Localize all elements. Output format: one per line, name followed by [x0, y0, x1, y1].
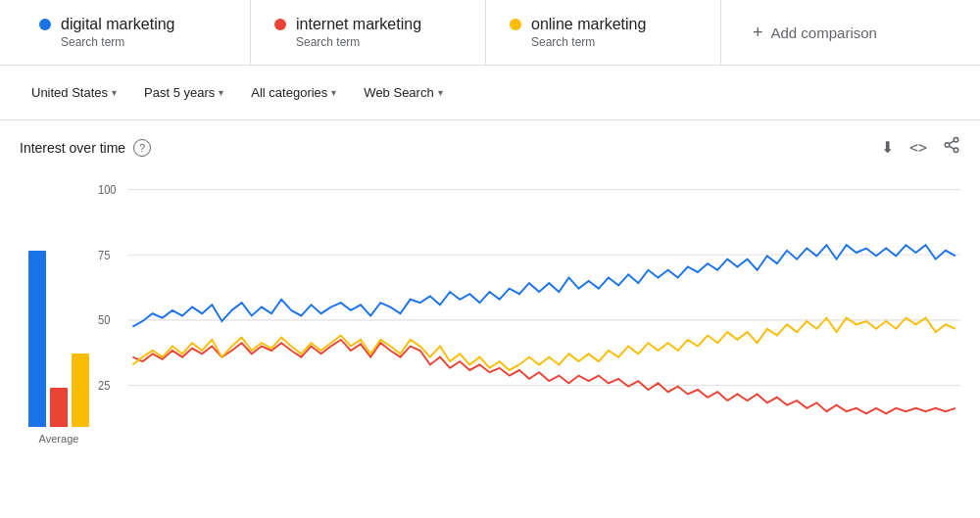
- svg-point-2: [954, 148, 958, 153]
- term-name-online: online marketing: [531, 16, 646, 33]
- time-chevron-icon: ▾: [219, 87, 223, 98]
- time-filter[interactable]: Past 5 years ▾: [132, 79, 235, 106]
- chart-section: Interest over time ? ⬇ <> Average: [0, 120, 980, 468]
- yellow-trend-line: [132, 318, 956, 370]
- filter-bar: United States ▾ Past 5 years ▾ All categ…: [0, 66, 980, 120]
- search-type-chevron-icon: ▾: [438, 87, 443, 98]
- red-trend-line: [132, 340, 956, 414]
- svg-line-3: [949, 146, 954, 149]
- average-bar-red: [50, 388, 68, 427]
- category-chevron-icon: ▾: [331, 87, 336, 98]
- trend-chart-svg: 100 75 50 25: [98, 174, 960, 468]
- term-label-digital: Search term: [61, 35, 226, 49]
- svg-line-4: [949, 141, 954, 144]
- svg-point-0: [954, 138, 958, 143]
- chart-actions: ⬇ <>: [881, 136, 960, 159]
- help-icon[interactable]: ?: [133, 139, 151, 157]
- download-icon[interactable]: ⬇: [881, 138, 894, 157]
- term-label-online: Search term: [531, 35, 697, 49]
- search-type-label: Web Search: [364, 85, 433, 100]
- svg-text:25: 25: [98, 378, 110, 392]
- blue-trend-line: [132, 245, 956, 326]
- add-comparison-button[interactable]: + Add comparison: [721, 0, 908, 65]
- average-bars: [28, 212, 89, 427]
- plus-icon: +: [753, 23, 763, 43]
- search-type-filter[interactable]: Web Search ▾: [352, 79, 454, 106]
- embed-icon[interactable]: <>: [909, 139, 927, 157]
- svg-text:50: 50: [98, 313, 111, 327]
- average-bar-blue: [28, 251, 46, 427]
- svg-text:100: 100: [98, 182, 117, 196]
- average-bar-yellow: [72, 353, 89, 427]
- term-name-digital: digital marketing: [61, 16, 175, 33]
- region-label: United States: [31, 85, 108, 100]
- term-label-internet: Search term: [296, 35, 462, 49]
- region-chevron-icon: ▾: [112, 87, 117, 98]
- line-chart: 100 75 50 25 Aug 21, 20... May 13, 2018: [98, 174, 960, 468]
- chart-container: Average 100 75 50 25: [20, 174, 960, 468]
- search-term-card-digital: digital marketing Search term: [16, 0, 251, 65]
- average-label: Average: [39, 433, 79, 445]
- search-term-card-internet: internet marketing Search term: [251, 0, 486, 65]
- share-icon[interactable]: [943, 136, 960, 159]
- svg-text:75: 75: [98, 248, 110, 261]
- svg-point-1: [945, 143, 950, 148]
- add-comparison-label: Add comparison: [771, 24, 877, 41]
- dot-blue: [39, 19, 51, 30]
- chart-title-row: Interest over time ?: [20, 139, 151, 157]
- term-name-internet: internet marketing: [296, 16, 421, 33]
- region-filter[interactable]: United States ▾: [20, 79, 128, 106]
- time-label: Past 5 years: [144, 85, 215, 100]
- category-filter[interactable]: All categories ▾: [239, 79, 348, 106]
- category-label: All categories: [251, 85, 327, 100]
- dot-yellow: [510, 19, 521, 30]
- dot-red: [274, 19, 286, 30]
- chart-header: Interest over time ? ⬇ <>: [20, 136, 960, 159]
- search-term-card-online: online marketing Search term: [486, 0, 721, 65]
- average-bar-section: Average: [20, 174, 98, 468]
- chart-title: Interest over time: [20, 140, 125, 156]
- header: digital marketing Search term internet m…: [0, 0, 980, 66]
